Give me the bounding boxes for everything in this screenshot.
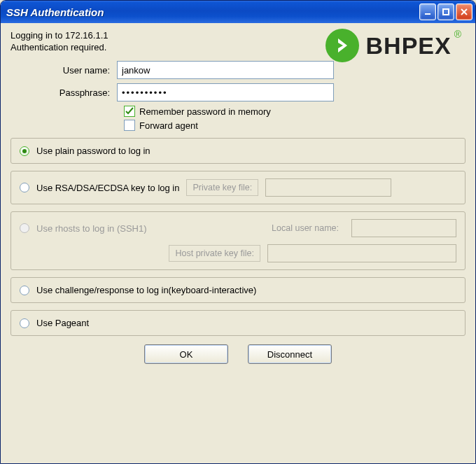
- remember-checkbox[interactable]: [124, 106, 135, 117]
- passphrase-label: Passphrase:: [10, 87, 117, 98]
- radio-rhosts-label: Use rhosts to log in (SSH1): [36, 223, 147, 234]
- method-plain-group: Use plain password to log in: [10, 138, 465, 164]
- maximize-button[interactable]: [438, 3, 454, 20]
- host-private-key-field: [267, 244, 456, 262]
- disconnect-button[interactable]: Disconnect: [248, 344, 332, 364]
- window-title: SSH Authentication: [6, 6, 418, 18]
- brand-text: BHPEX: [366, 32, 451, 59]
- radio-rsa-label: Use RSA/DSA/ECDSA key to log in: [36, 183, 179, 193]
- private-key-file-label: Private key file:: [186, 179, 258, 196]
- svg-rect-1: [443, 9, 449, 15]
- minimize-icon: [424, 8, 432, 16]
- method-rhosts-group: Use rhosts to log in (SSH1) Local user n…: [10, 211, 465, 270]
- brand-registered: ®: [454, 29, 461, 40]
- method-pageant-group: Use Pageant: [10, 310, 465, 336]
- radio-pageant-label: Use Pageant: [36, 318, 89, 328]
- svg-rect-0: [425, 13, 430, 15]
- radio-challenge[interactable]: [20, 286, 29, 295]
- button-bar: OK Disconnect: [10, 344, 465, 364]
- close-icon: [460, 8, 468, 16]
- local-user-name-label: Local user name:: [266, 220, 344, 236]
- titlebar[interactable]: SSH Authentication: [1, 1, 475, 23]
- forward-agent-checkbox[interactable]: [124, 120, 135, 131]
- passphrase-input[interactable]: [117, 83, 334, 101]
- ok-button[interactable]: OK: [144, 344, 228, 364]
- private-key-file-field[interactable]: [265, 178, 391, 197]
- local-user-name-field: [351, 219, 456, 237]
- radio-pageant[interactable]: [20, 318, 29, 328]
- maximize-icon: [442, 8, 450, 16]
- method-rsa-group: Use RSA/DSA/ECDSA key to log in Private …: [10, 171, 465, 204]
- username-label: User name:: [10, 65, 117, 76]
- close-button[interactable]: [456, 3, 472, 20]
- radio-plain-label: Use plain password to log in: [36, 146, 150, 156]
- client-area: BHPEX ® Logging in to 172.16.1.1 Authent…: [1, 23, 475, 463]
- forward-agent-label: Forward agent: [139, 120, 198, 131]
- host-private-key-label: Host private key file:: [169, 245, 260, 262]
- radio-challenge-label: Use challenge/response to log in(keyboar…: [36, 285, 256, 295]
- ssh-auth-window: SSH Authentication BHPEX ® Logging in to…: [0, 0, 476, 464]
- brand-logo: BHPEX ®: [326, 29, 461, 62]
- remember-label: Remember password in memory: [139, 106, 271, 117]
- radio-rsa[interactable]: [20, 183, 29, 192]
- minimize-button[interactable]: [419, 3, 436, 20]
- radio-rhosts: [20, 223, 29, 233]
- brand-mark-icon: [326, 29, 359, 62]
- check-icon: [125, 107, 134, 115]
- username-input[interactable]: [117, 61, 334, 79]
- method-challenge-group: Use challenge/response to log in(keyboar…: [10, 277, 465, 303]
- radio-plain[interactable]: [20, 146, 29, 156]
